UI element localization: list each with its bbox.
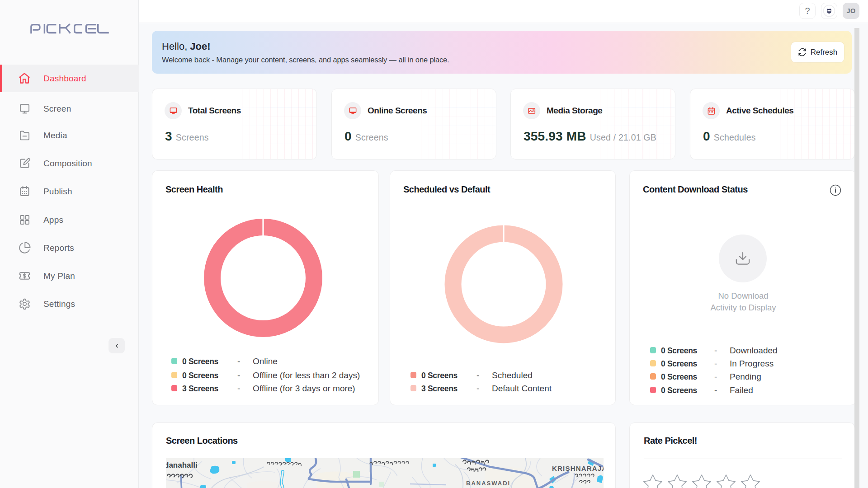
svg-text:danahalli: danahalli — [166, 461, 198, 469]
svg-text:BANASWADI: BANASWADI — [466, 480, 510, 487]
svg-text:KRISHNARAJAPU: KRISHNARAJAPU — [552, 465, 604, 472]
